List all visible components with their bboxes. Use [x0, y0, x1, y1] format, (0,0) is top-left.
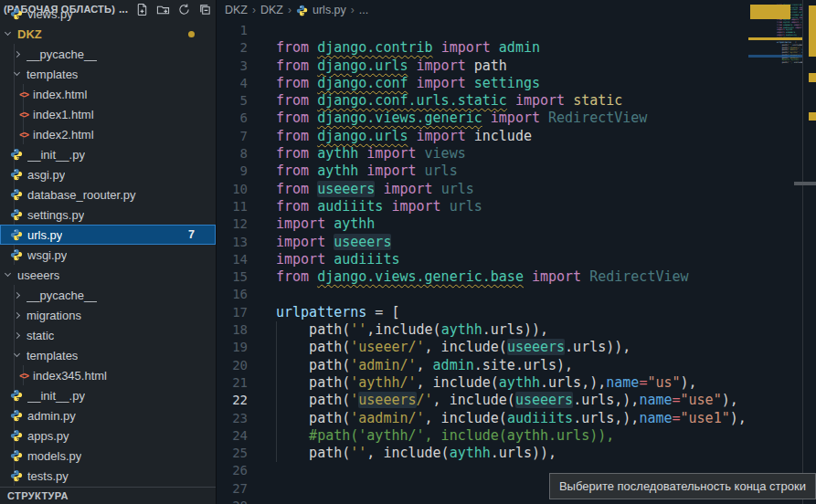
- tree-item-label: views.py: [27, 7, 73, 21]
- line-number: 2: [217, 39, 248, 57]
- tree-item-label: migrations: [26, 309, 81, 322]
- tree-item-label: asgi.py: [27, 168, 65, 182]
- tree-item-urls.py[interactable]: urls.py7: [0, 225, 216, 245]
- code-line[interactable]: 20 path('admin/', admin.site.urls),: [217, 357, 747, 374]
- tree-item-index.html[interactable]: <>index.html: [0, 84, 216, 104]
- line-number: 13: [217, 234, 248, 251]
- breadcrumb-separator-icon: ›: [351, 4, 355, 16]
- eol-tooltip: Выберите последовательность конца строки: [549, 473, 816, 499]
- code-line[interactable]: 23 path('aadmin/', include(audiiits.urls…: [217, 410, 747, 427]
- tree-item-label: DKZ: [17, 27, 42, 41]
- line-number: 9: [217, 163, 248, 180]
- code-line[interactable]: 3from django.urls import path: [217, 58, 747, 75]
- code-line[interactable]: 10from useeers import urls: [217, 181, 747, 198]
- ruler-mark: [809, 73, 816, 82]
- line-number: 23: [217, 410, 248, 427]
- tree-item-__init__.py[interactable]: __init__.py: [0, 385, 216, 405]
- line-number: 3: [217, 58, 248, 75]
- code-line[interactable]: 14import audiiits: [217, 251, 747, 268]
- code-line[interactable]: 15from django.views.generic.base import …: [217, 268, 747, 286]
- python-icon: [10, 168, 23, 181]
- tree-item-templates[interactable]: templates: [0, 64, 216, 84]
- line-number: 22: [217, 392, 248, 409]
- tree-item-views.py[interactable]: views.py: [0, 4, 216, 24]
- tree-item-admin.py[interactable]: admin.py: [0, 405, 216, 425]
- tree-item-index345.html[interactable]: <>index345.html: [0, 365, 216, 385]
- tree-item-DKZ[interactable]: DKZ: [0, 24, 216, 44]
- code-line[interactable]: 9from aythh import urls: [217, 163, 747, 180]
- python-icon: [10, 409, 23, 422]
- chevron-right-icon[interactable]: [14, 311, 20, 318]
- breadcrumb-item[interactable]: ...: [359, 4, 368, 16]
- chevron-down-icon[interactable]: [5, 29, 11, 36]
- code-line[interactable]: 24 #path('aythh/', include(aythh.urls)),: [217, 427, 747, 445]
- tree-item-__pycache__[interactable]: __pycache__: [0, 44, 216, 64]
- tree-item-index2.html[interactable]: <>index2.html: [0, 124, 216, 144]
- code-line[interactable]: 1: [217, 22, 747, 39]
- overview-ruler[interactable]: [803, 0, 816, 504]
- problems-badge: 7: [188, 228, 195, 241]
- vscode-window: (РАБОЧАЯ ОБЛАСТЬ) ...: [0, 0, 816, 504]
- tree-item-label: templates: [26, 349, 78, 362]
- tree-item-templates[interactable]: templates: [0, 345, 216, 365]
- tree-item-models.py[interactable]: models.py: [0, 446, 216, 466]
- tree-item-useeers[interactable]: useeers: [0, 265, 216, 285]
- tree-item-label: admin.py: [27, 409, 76, 423]
- outline-section-header[interactable]: СТРУКТУРА: [0, 487, 216, 504]
- line-number: 25: [217, 445, 248, 462]
- code-line[interactable]: 22 path('useeers/', include(useeers.urls…: [217, 392, 747, 409]
- tree-item-tests.py[interactable]: tests.py: [0, 466, 216, 486]
- chevron-down-icon[interactable]: [14, 351, 20, 357]
- tree-item-index1.html[interactable]: <>index1.html: [0, 104, 216, 124]
- code-line[interactable]: 11from audiiits import urls: [217, 198, 747, 215]
- code-line[interactable]: 12import aythh: [217, 215, 747, 233]
- code-area[interactable]: 12from django.contrib import admin3from …: [217, 22, 747, 504]
- tree-item-label: index345.html: [33, 369, 107, 383]
- tree-item-wsgi.py[interactable]: wsgi.py: [0, 245, 216, 265]
- tree-item-label: apps.py: [27, 429, 69, 443]
- minimap[interactable]: from django.contrib import adminfrom dja…: [748, 2, 803, 194]
- tree-item-__pycache__[interactable]: __pycache__: [0, 285, 216, 305]
- tree-item-apps.py[interactable]: apps.py: [0, 425, 216, 446]
- chevron-down-icon[interactable]: [5, 270, 11, 277]
- tree-item-static[interactable]: static: [0, 325, 216, 345]
- line-number: 1: [217, 22, 248, 39]
- tree-item-asgi.py[interactable]: asgi.py: [0, 164, 216, 184]
- minimap-highlight: [748, 37, 803, 40]
- breadcrumb-item[interactable]: urls.py: [313, 4, 346, 16]
- code-line[interactable]: 6from django.views.generic import Redire…: [217, 110, 747, 127]
- tree-item-database_roouter.py[interactable]: database_roouter.py: [0, 184, 216, 205]
- code-line[interactable]: 21 path('aythh/', include(aythh.urls,),n…: [217, 374, 747, 392]
- tree-item-migrations[interactable]: migrations: [0, 305, 216, 325]
- code-line[interactable]: 7from django.urls import include: [217, 128, 747, 145]
- python-icon: [10, 148, 23, 161]
- chevron-right-icon[interactable]: [14, 331, 20, 338]
- tree-item-__init__.py[interactable]: __init__.py: [0, 144, 216, 164]
- code-line[interactable]: 2from django.contrib import admin: [217, 39, 747, 57]
- ruler-mark: [794, 182, 816, 185]
- code-line[interactable]: 18 path('',include(aythh.urls)),: [217, 321, 747, 339]
- python-icon: [10, 449, 23, 462]
- outline-section-label: СТРУКТУРА: [7, 490, 69, 501]
- code-line[interactable]: 5from django.conf.urls.static import sta…: [217, 92, 747, 110]
- code-line[interactable]: 16: [217, 286, 747, 303]
- chevron-right-icon[interactable]: [14, 291, 20, 298]
- tree-item-settings.py[interactable]: settings.py: [0, 205, 216, 225]
- code-line[interactable]: 8from aythh import views: [217, 145, 747, 163]
- line-number: 10: [217, 181, 248, 198]
- ruler-mark: [809, 112, 816, 121]
- python-icon: [10, 429, 23, 442]
- code-line[interactable]: 19 path('useeer/', include(useeers.urls)…: [217, 339, 747, 356]
- chevron-down-icon[interactable]: [14, 69, 20, 76]
- chevron-right-icon[interactable]: [14, 50, 20, 57]
- code-line[interactable]: 25 path('', include(aythh.urls)),: [217, 445, 747, 462]
- line-number: 11: [217, 198, 248, 215]
- breadcrumb-item[interactable]: DKZ: [225, 4, 248, 16]
- tree-item-label: tests.py: [27, 469, 69, 483]
- code-line[interactable]: 4from django.conf import settings: [217, 75, 747, 92]
- breadcrumb-item[interactable]: DKZ: [260, 4, 283, 16]
- code-line[interactable]: 17urlpatterns = [: [217, 304, 747, 321]
- html-icon: <>: [19, 89, 28, 100]
- file-tree: views.pyDKZ__pycache__templates<>index.h…: [0, 4, 216, 486]
- code-line[interactable]: 13import useeers: [217, 234, 747, 251]
